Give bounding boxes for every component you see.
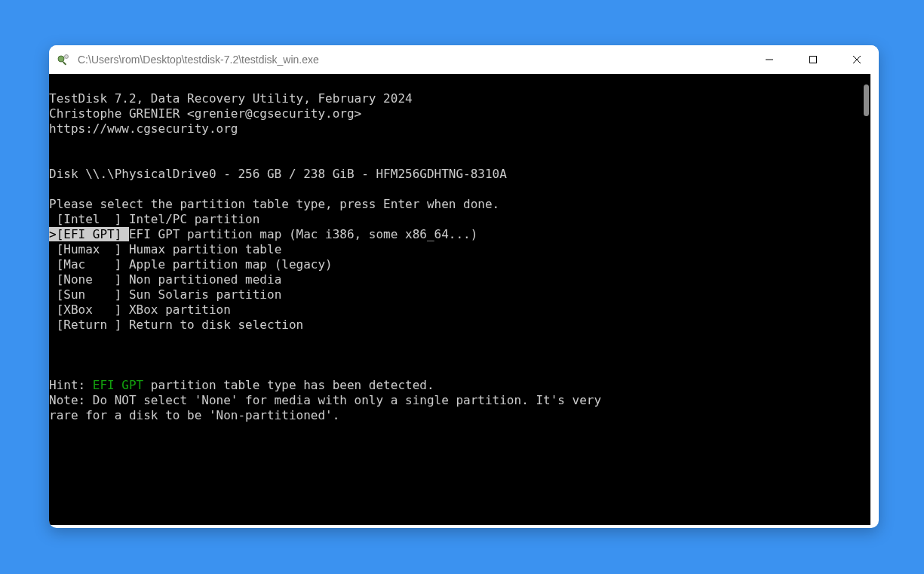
option-humax[interactable]: [Humax ] Humax partition table: [49, 242, 281, 256]
author-line: Christophe GRENIER <grenier@cgsecurity.o…: [49, 106, 361, 121]
close-button[interactable]: [835, 45, 879, 74]
note-line-2: rare for a disk to be 'Non-partitioned'.: [49, 408, 339, 422]
option-none[interactable]: [None ] Non partitioned media: [49, 272, 281, 287]
svg-point-2: [65, 55, 69, 59]
disk-line: Disk \\.\PhysicalDrive0 - 256 GB / 238 G…: [49, 167, 507, 181]
svg-rect-1: [63, 61, 67, 66]
titlebar[interactable]: C:\Users\rom\Desktop\testdisk-7.2\testdi…: [49, 45, 879, 74]
option-intel[interactable]: [Intel ] Intel/PC partition: [49, 212, 259, 226]
svg-rect-4: [810, 57, 817, 63]
blank-line: [49, 182, 57, 196]
blank-line: [49, 152, 57, 166]
detected-type: EFI GPT: [93, 378, 143, 392]
header-line: TestDisk 7.2, Data Recovery Utility, Feb…: [49, 91, 413, 106]
window-controls: [747, 45, 879, 74]
scrollbar-track[interactable]: [861, 74, 870, 525]
maximize-button[interactable]: [791, 45, 835, 74]
window-title: C:\Users\rom\Desktop\testdisk-7.2\testdi…: [78, 54, 747, 66]
hint-line: Hint: EFI GPT partition table type has b…: [49, 378, 434, 392]
blank-line: [49, 333, 57, 347]
blank-line: [49, 363, 57, 377]
blank-line: [49, 348, 57, 362]
application-window: C:\Users\rom\Desktop\testdisk-7.2\testdi…: [49, 45, 879, 528]
option-sun[interactable]: [Sun ] Sun Solaris partition: [49, 287, 281, 302]
app-icon: [57, 53, 70, 66]
option-xbox[interactable]: [XBox ] XBox partition: [49, 302, 231, 317]
note-line-1: Note: Do NOT select 'None' for media wit…: [49, 393, 601, 407]
option-mac[interactable]: [Mac ] Apple partition map (legacy): [49, 257, 333, 272]
svg-point-0: [58, 56, 64, 62]
prompt-line: Please select the partition table type, …: [49, 197, 499, 211]
option-return[interactable]: [Return ] Return to disk selection: [49, 318, 303, 332]
terminal-area: TestDisk 7.2, Data Recovery Utility, Feb…: [49, 74, 870, 525]
scrollbar-thumb[interactable]: [864, 84, 869, 116]
terminal-content[interactable]: TestDisk 7.2, Data Recovery Utility, Feb…: [49, 74, 861, 525]
blank-line: [49, 137, 57, 151]
minimize-button[interactable]: [747, 45, 791, 74]
url-line: https://www.cgsecurity.org: [49, 121, 238, 136]
option-efi-gpt[interactable]: >[EFI GPT] EFI GPT partition map (Mac i3…: [49, 227, 477, 241]
